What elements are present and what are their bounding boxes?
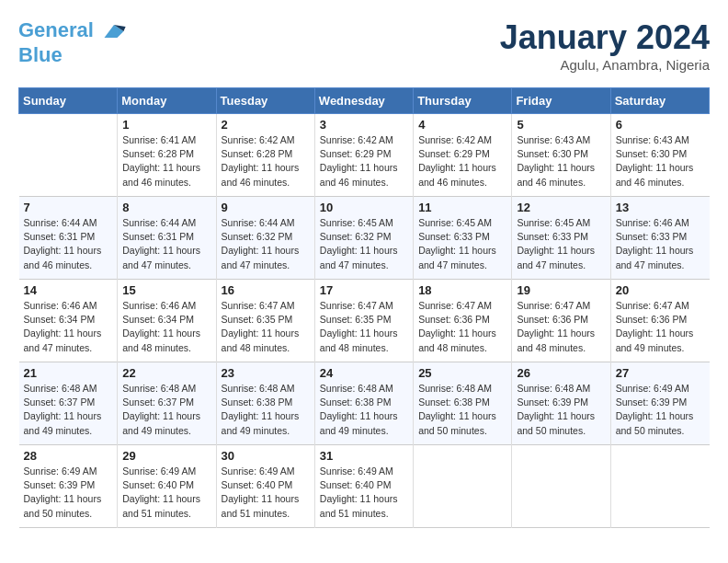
- day-info: Sunrise: 6:48 AMSunset: 6:37 PMDaylight:…: [122, 382, 210, 438]
- month-title: January 2024: [500, 18, 710, 57]
- day-number: 7: [24, 201, 113, 214]
- calendar-cell: 22Sunrise: 6:48 AMSunset: 6:37 PMDayligh…: [118, 362, 216, 445]
- calendar-cell: 26Sunrise: 6:48 AMSunset: 6:39 PMDayligh…: [512, 362, 610, 445]
- calendar-cell: 19Sunrise: 6:47 AMSunset: 6:36 PMDayligh…: [512, 280, 610, 362]
- day-info: Sunrise: 6:47 AMSunset: 6:35 PMDaylight:…: [222, 299, 310, 355]
- day-number: 4: [418, 118, 506, 132]
- day-info: Sunrise: 6:49 AMSunset: 6:39 PMDaylight:…: [24, 465, 113, 521]
- day-number: 23: [222, 366, 310, 380]
- calendar-cell: 13Sunrise: 6:46 AMSunset: 6:33 PMDayligh…: [610, 197, 709, 280]
- day-info: Sunrise: 6:42 AMSunset: 6:29 PMDaylight:…: [418, 133, 506, 190]
- day-info: Sunrise: 6:41 AMSunset: 6:28 PMDaylight:…: [122, 133, 210, 190]
- day-number: 10: [320, 201, 408, 214]
- day-info: Sunrise: 6:48 AMSunset: 6:38 PMDaylight:…: [418, 382, 506, 438]
- calendar-cell: 4Sunrise: 6:42 AMSunset: 6:29 PMDaylight…: [414, 114, 512, 197]
- calendar-week-row: 1Sunrise: 6:41 AMSunset: 6:28 PMDaylight…: [19, 114, 710, 197]
- day-info: Sunrise: 6:49 AMSunset: 6:39 PMDaylight:…: [616, 382, 705, 438]
- weekday-header-sunday: Sunday: [19, 88, 118, 114]
- calendar-cell: 10Sunrise: 6:45 AMSunset: 6:32 PMDayligh…: [314, 197, 413, 280]
- weekday-header-monday: Monday: [118, 88, 216, 114]
- calendar-cell: 14Sunrise: 6:46 AMSunset: 6:34 PMDayligh…: [19, 280, 118, 362]
- day-number: 14: [24, 283, 113, 297]
- day-info: Sunrise: 6:42 AMSunset: 6:29 PMDaylight:…: [320, 133, 408, 190]
- day-info: Sunrise: 6:44 AMSunset: 6:31 PMDaylight:…: [122, 216, 210, 272]
- weekday-header-friday: Friday: [512, 88, 610, 114]
- calendar-cell: 29Sunrise: 6:49 AMSunset: 6:40 PMDayligh…: [118, 445, 216, 528]
- day-info: Sunrise: 6:48 AMSunset: 6:39 PMDaylight:…: [517, 382, 605, 438]
- day-info: Sunrise: 6:42 AMSunset: 6:28 PMDaylight:…: [222, 133, 310, 190]
- day-number: 15: [122, 283, 210, 297]
- day-number: 8: [122, 201, 210, 214]
- calendar-cell: 30Sunrise: 6:49 AMSunset: 6:40 PMDayligh…: [216, 445, 314, 528]
- weekday-header-thursday: Thursday: [414, 88, 512, 114]
- day-number: 31: [320, 449, 408, 463]
- day-number: 9: [222, 201, 310, 214]
- day-number: 30: [222, 449, 310, 463]
- day-info: Sunrise: 6:47 AMSunset: 6:36 PMDaylight:…: [418, 299, 506, 355]
- day-info: Sunrise: 6:43 AMSunset: 6:30 PMDaylight:…: [517, 133, 605, 190]
- day-number: 22: [122, 366, 210, 380]
- day-number: 20: [616, 283, 705, 297]
- calendar-cell: 2Sunrise: 6:42 AMSunset: 6:28 PMDaylight…: [216, 114, 314, 197]
- calendar-cell: 17Sunrise: 6:47 AMSunset: 6:35 PMDayligh…: [314, 280, 413, 362]
- calendar-cell: 20Sunrise: 6:47 AMSunset: 6:36 PMDayligh…: [610, 280, 709, 362]
- calendar-cell: 6Sunrise: 6:43 AMSunset: 6:30 PMDaylight…: [610, 114, 709, 197]
- day-number: 24: [320, 366, 408, 380]
- day-number: 21: [24, 366, 113, 380]
- logo-icon: [101, 18, 127, 44]
- day-info: Sunrise: 6:46 AMSunset: 6:33 PMDaylight:…: [616, 216, 705, 272]
- calendar-cell: 23Sunrise: 6:48 AMSunset: 6:38 PMDayligh…: [216, 362, 314, 445]
- calendar-cell: 31Sunrise: 6:49 AMSunset: 6:40 PMDayligh…: [314, 445, 413, 528]
- day-info: Sunrise: 6:49 AMSunset: 6:40 PMDaylight:…: [320, 465, 408, 521]
- calendar-cell: [19, 114, 118, 197]
- title-block: January 2024 Agulu, Anambra, Nigeria: [500, 18, 710, 73]
- day-number: 25: [418, 366, 506, 380]
- calendar-cell: [512, 445, 610, 528]
- day-info: Sunrise: 6:46 AMSunset: 6:34 PMDaylight:…: [122, 299, 210, 355]
- calendar-cell: 18Sunrise: 6:47 AMSunset: 6:36 PMDayligh…: [414, 280, 512, 362]
- logo-subtext: Blue: [18, 44, 127, 66]
- day-number: 18: [418, 283, 506, 297]
- calendar-cell: 25Sunrise: 6:48 AMSunset: 6:38 PMDayligh…: [414, 362, 512, 445]
- calendar-cell: 7Sunrise: 6:44 AMSunset: 6:31 PMDaylight…: [19, 197, 118, 280]
- day-info: Sunrise: 6:46 AMSunset: 6:34 PMDaylight:…: [24, 299, 113, 355]
- calendar-header-row: SundayMondayTuesdayWednesdayThursdayFrid…: [19, 88, 710, 114]
- day-info: Sunrise: 6:48 AMSunset: 6:37 PMDaylight:…: [24, 382, 113, 438]
- calendar-cell: 24Sunrise: 6:48 AMSunset: 6:38 PMDayligh…: [314, 362, 413, 445]
- logo-text: General: [18, 18, 127, 44]
- day-info: Sunrise: 6:44 AMSunset: 6:32 PMDaylight:…: [222, 216, 310, 272]
- calendar-cell: 28Sunrise: 6:49 AMSunset: 6:39 PMDayligh…: [19, 445, 118, 528]
- day-number: 16: [222, 283, 310, 297]
- day-info: Sunrise: 6:45 AMSunset: 6:32 PMDaylight:…: [320, 216, 408, 272]
- calendar-cell: 15Sunrise: 6:46 AMSunset: 6:34 PMDayligh…: [118, 280, 216, 362]
- day-number: 1: [122, 118, 210, 132]
- day-number: 12: [517, 201, 605, 214]
- calendar-cell: 12Sunrise: 6:45 AMSunset: 6:33 PMDayligh…: [512, 197, 610, 280]
- calendar-table: SundayMondayTuesdayWednesdayThursdayFrid…: [18, 87, 710, 528]
- calendar-week-row: 7Sunrise: 6:44 AMSunset: 6:31 PMDaylight…: [19, 197, 710, 280]
- calendar-cell: 16Sunrise: 6:47 AMSunset: 6:35 PMDayligh…: [216, 280, 314, 362]
- day-info: Sunrise: 6:48 AMSunset: 6:38 PMDaylight:…: [320, 382, 408, 438]
- weekday-header-saturday: Saturday: [610, 88, 709, 114]
- day-info: Sunrise: 6:44 AMSunset: 6:31 PMDaylight:…: [24, 216, 113, 272]
- day-number: 13: [616, 201, 705, 214]
- page-header: General Blue January 2024 Agulu, Anambra…: [18, 18, 710, 73]
- calendar-cell: 11Sunrise: 6:45 AMSunset: 6:33 PMDayligh…: [414, 197, 512, 280]
- calendar-cell: [610, 445, 709, 528]
- day-info: Sunrise: 6:47 AMSunset: 6:35 PMDaylight:…: [320, 299, 408, 355]
- day-number: 28: [24, 449, 113, 463]
- calendar-cell: [414, 445, 512, 528]
- calendar-week-row: 14Sunrise: 6:46 AMSunset: 6:34 PMDayligh…: [19, 280, 710, 362]
- location-subtitle: Agulu, Anambra, Nigeria: [500, 57, 710, 73]
- day-number: 29: [122, 449, 210, 463]
- calendar-cell: 27Sunrise: 6:49 AMSunset: 6:39 PMDayligh…: [610, 362, 709, 445]
- calendar-cell: 1Sunrise: 6:41 AMSunset: 6:28 PMDaylight…: [118, 114, 216, 197]
- day-number: 11: [418, 201, 506, 214]
- day-number: 17: [320, 283, 408, 297]
- day-info: Sunrise: 6:45 AMSunset: 6:33 PMDaylight:…: [418, 216, 506, 272]
- day-info: Sunrise: 6:45 AMSunset: 6:33 PMDaylight:…: [517, 216, 605, 272]
- day-info: Sunrise: 6:49 AMSunset: 6:40 PMDaylight:…: [122, 465, 210, 521]
- calendar-cell: 9Sunrise: 6:44 AMSunset: 6:32 PMDaylight…: [216, 197, 314, 280]
- day-info: Sunrise: 6:47 AMSunset: 6:36 PMDaylight:…: [616, 299, 705, 355]
- calendar-cell: 3Sunrise: 6:42 AMSunset: 6:29 PMDaylight…: [314, 114, 413, 197]
